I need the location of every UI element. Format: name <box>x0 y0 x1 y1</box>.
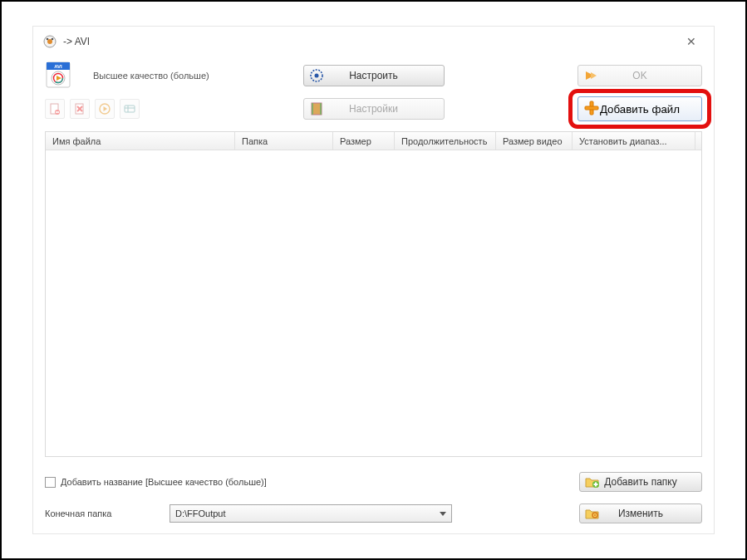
svg-point-12 <box>314 74 318 78</box>
quality-label: Высшее качество (больше) <box>93 71 209 81</box>
svg-rect-23 <box>125 106 135 112</box>
table-column-header[interactable]: Имя файла <box>46 132 235 150</box>
settings-label: Настройки <box>349 103 398 115</box>
svg-rect-17 <box>56 111 59 113</box>
table-column-header[interactable]: Продолжительность <box>395 132 496 150</box>
svg-marker-14 <box>591 72 597 79</box>
arrow-right-icon <box>583 68 598 83</box>
plus-icon <box>583 100 600 119</box>
svg-point-35 <box>594 514 596 516</box>
svg-rect-30 <box>585 106 598 110</box>
ok-label: OK <box>632 70 646 81</box>
table-column-header[interactable]: Размер <box>333 132 395 150</box>
format-avi-icon: AVI <box>45 61 73 90</box>
table-column-header[interactable]: Папка <box>235 132 333 150</box>
configure-button[interactable]: Настроить <box>303 65 445 86</box>
folder-gear-icon <box>585 506 600 521</box>
svg-point-3 <box>52 38 54 41</box>
change-folder-button[interactable]: Изменить <box>579 504 702 523</box>
delete-item-icon[interactable] <box>70 99 90 119</box>
change-folder-label: Изменить <box>618 508 663 519</box>
add-file-label: Добавить файл <box>600 103 680 115</box>
svg-rect-27 <box>312 103 313 115</box>
film-icon <box>309 101 324 116</box>
file-table: Имя файлаПапкаРазмерПродолжительностьРаз… <box>45 131 702 457</box>
info-icon[interactable] <box>120 99 140 119</box>
toolbar-small-icons <box>45 99 140 119</box>
table-body <box>46 150 701 456</box>
svg-rect-33 <box>594 484 598 485</box>
app-icon <box>43 35 57 48</box>
svg-rect-28 <box>320 103 322 115</box>
add-name-checkbox[interactable] <box>45 477 56 488</box>
svg-point-2 <box>47 38 49 41</box>
svg-marker-22 <box>104 106 108 111</box>
add-name-label: Добавить название [Высшее качество (боль… <box>61 477 267 487</box>
settings-button[interactable]: Настройки <box>303 98 445 120</box>
dest-folder-combo[interactable]: D:\FFOutput <box>170 504 452 523</box>
close-button[interactable]: ✕ <box>679 35 704 48</box>
add-folder-button[interactable]: Добавить папку <box>579 472 702 492</box>
ok-button[interactable]: OK <box>577 65 702 86</box>
table-header: Имя файлаПапкаРазмерПродолжительностьРаз… <box>46 132 701 150</box>
configure-label: Настроить <box>349 70 398 81</box>
svg-text:AVI: AVI <box>54 64 62 69</box>
remove-item-icon[interactable] <box>45 99 65 119</box>
play-icon[interactable] <box>95 99 115 119</box>
window-title: -> AVI <box>63 36 679 47</box>
folder-plus-icon <box>585 474 600 489</box>
titlebar: -> AVI ✕ <box>33 27 714 56</box>
add-folder-label: Добавить папку <box>604 476 676 488</box>
dest-folder-label: Конечная папка <box>45 508 170 518</box>
table-column-header[interactable]: Установить диапаз... <box>573 132 695 150</box>
add-file-button[interactable]: Добавить файл <box>577 96 702 121</box>
table-column-header[interactable]: Размер видео <box>496 132 573 150</box>
dest-folder-value: D:\FFOutput <box>175 508 226 518</box>
gear-icon <box>309 68 324 83</box>
